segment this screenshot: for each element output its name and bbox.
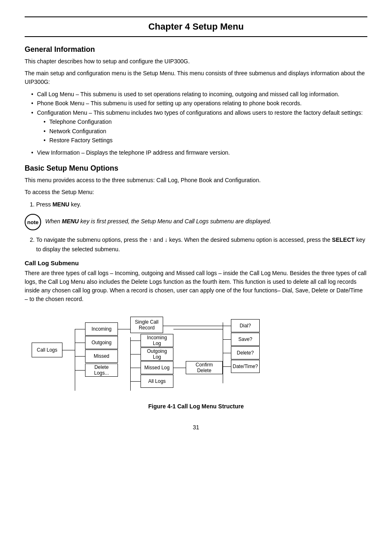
box-single-call-record: Single Call Record	[130, 317, 163, 333]
step-1: Press MENU key.	[36, 200, 367, 209]
box-delete: Delete?	[231, 346, 260, 359]
box-outgoing-log: Outgoing Log	[141, 348, 173, 361]
line-scr-right	[163, 326, 223, 326]
box-missed-log: Missed Log	[141, 361, 173, 374]
box-confirm-delete: Confirm Delete	[186, 361, 223, 374]
general-info-bullets: Call Log Menu – This submenu is used to …	[25, 90, 367, 158]
box-missed: Missed	[85, 350, 118, 363]
bullet-call-log: Call Log Menu – This submenu is used to …	[31, 90, 367, 99]
line-calllogs-to-v	[62, 350, 75, 350]
basic-setup-steps-2: To navigate the submenu options, press t…	[25, 235, 367, 254]
basic-setup-steps: Press MENU key.	[25, 200, 367, 209]
box-datetime: Date/Time?	[231, 360, 260, 373]
call-log-diagram: Call Logs Incoming Outgoing Missed Delet…	[28, 308, 364, 398]
general-info-heading: General Information	[25, 45, 367, 54]
box-delete-logs: Delete Logs...	[85, 364, 118, 377]
note-box: note When MENU key is first pressed, the…	[25, 214, 367, 230]
general-info-para2: The main setup and configuration menu is…	[25, 69, 367, 86]
bullet-view-info: View Information – Displays the telephon…	[31, 148, 367, 157]
box-incoming-log: Incoming Log	[141, 334, 173, 347]
line-to-delete-logs	[75, 370, 85, 371]
config-sub-bullets: Telephone Configuration Network Configur…	[31, 117, 367, 145]
basic-setup-para1: This menu provides access to the three s…	[25, 176, 367, 185]
box-all-logs: All Logs	[141, 375, 173, 388]
box-call-logs: Call Logs	[32, 343, 62, 357]
line-to-missed	[75, 356, 85, 357]
sub-bullet-telephone: Telephone Configuration	[44, 117, 367, 126]
line-incoming-to-dial	[173, 329, 223, 329]
line-to-delete	[223, 353, 231, 353]
box-dial: Dial?	[231, 319, 260, 332]
general-info-para1: This chapter describes how to setup and …	[25, 57, 367, 66]
line-incoming-right	[118, 329, 130, 329]
box-outgoing: Outgoing	[85, 336, 118, 349]
line-to-missed-log	[130, 368, 141, 368]
line-to-incoming-log	[130, 341, 141, 341]
line-to-datetime	[223, 366, 231, 367]
note-text: When MENU key is first pressed, the Setu…	[45, 214, 271, 226]
line-to-save	[223, 339, 231, 340]
figure-caption: Figure 4-1 Call Log Menu Structure	[25, 402, 367, 411]
step-2: To navigate the submenu options, press t…	[36, 235, 367, 254]
line-to-outgoing-log	[130, 354, 141, 354]
sub-bullet-restore: Restore Factory Settings	[44, 136, 367, 145]
box-save: Save?	[231, 333, 260, 346]
box-incoming: Incoming	[85, 322, 118, 336]
line-missed-to-confirm	[173, 368, 186, 368]
line-to-all-logs	[130, 381, 141, 382]
vline-col1	[75, 329, 75, 391]
page-number: 31	[25, 423, 367, 432]
line-to-outgoing	[75, 343, 85, 343]
vline-col2	[130, 337, 131, 391]
note-icon: note	[25, 214, 41, 230]
call-log-para: There are three types of call logs – Inc…	[25, 269, 367, 303]
basic-setup-para2: To access the Setup Menu:	[25, 188, 367, 197]
bullet-config: Configuration Menu – This submenu includ…	[31, 108, 367, 117]
call-log-heading: Call Log Submenu	[25, 259, 367, 266]
line-to-incoming	[75, 329, 85, 329]
bullet-phone-book: Phone Book Menu – This submenu is used f…	[31, 99, 367, 108]
line-to-dial	[223, 326, 231, 326]
sub-bullet-network: Network Configuration	[44, 127, 367, 136]
chapter-title: Chapter 4 Setup Menu	[25, 16, 367, 37]
basic-setup-heading: Basic Setup Menu Options	[25, 164, 367, 173]
